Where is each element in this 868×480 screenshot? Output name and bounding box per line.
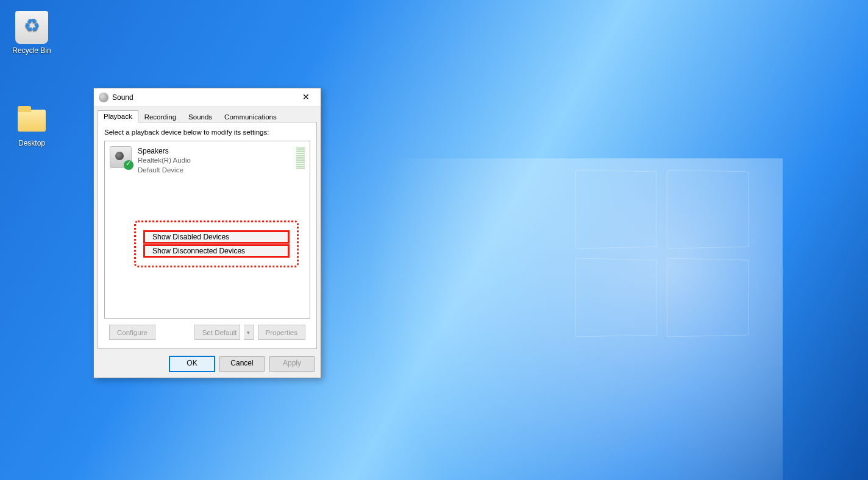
desktop-background: Recycle Bin Desktop Sound ✕ Playback Rec…	[0, 0, 868, 480]
cancel-button[interactable]: Cancel	[219, 356, 265, 372]
desktop-icon-recycle-bin[interactable]: Recycle Bin	[7, 11, 56, 55]
recycle-bin-icon	[15, 11, 48, 44]
device-status: Default Device	[138, 166, 191, 175]
folder-icon	[15, 104, 48, 136]
close-button[interactable]: ✕	[294, 90, 318, 105]
tab-recording[interactable]: Recording	[138, 111, 182, 122]
tab-communications[interactable]: Communications	[218, 111, 283, 122]
default-check-icon	[124, 160, 133, 170]
windows-logo-wallpaper	[575, 171, 758, 353]
dialog-button-row: OK Cancel Apply	[94, 349, 321, 378]
desktop-icon-label: Recycle Bin	[7, 46, 56, 55]
speaker-icon	[110, 146, 132, 168]
apply-button[interactable]: Apply	[269, 356, 315, 372]
device-name: Speakers	[138, 146, 191, 156]
set-default-dropdown[interactable]: ▾	[244, 325, 254, 340]
menu-show-disabled-devices[interactable]: Show Disabled Devices	[143, 230, 290, 244]
device-driver: Realtek(R) Audio	[138, 156, 191, 166]
menu-show-disconnected-devices[interactable]: Show Disconnected Devices	[143, 244, 290, 258]
instruction-text: Select a playback device below to modify…	[104, 129, 310, 136]
desktop-icon-label: Desktop	[7, 139, 56, 147]
tab-content-playback: Select a playback device below to modify…	[98, 122, 317, 349]
properties-button[interactable]: Properties	[258, 325, 305, 340]
tab-sounds[interactable]: Sounds	[182, 111, 218, 122]
tab-bar: Playback Recording Sounds Communications	[94, 107, 321, 122]
tab-playback[interactable]: Playback	[98, 110, 138, 122]
device-button-row: Configure Set Default▾ Properties	[104, 319, 310, 340]
sound-icon	[99, 93, 108, 102]
playback-device-list[interactable]: Speakers Realtek(R) Audio Default Device…	[104, 141, 310, 319]
desktop-icon-desktop-folder[interactable]: Desktop	[7, 104, 56, 147]
device-text: Speakers Realtek(R) Audio Default Device	[138, 146, 191, 175]
sound-dialog: Sound ✕ Playback Recording Sounds Commun…	[93, 88, 321, 378]
ok-button[interactable]: OK	[169, 356, 215, 372]
set-default-button[interactable]: Set Default	[194, 325, 240, 340]
level-meter	[296, 147, 305, 169]
configure-button[interactable]: Configure	[109, 325, 155, 340]
dialog-titlebar[interactable]: Sound ✕	[94, 88, 321, 107]
dialog-title: Sound	[112, 93, 294, 102]
device-speakers[interactable]: Speakers Realtek(R) Audio Default Device	[105, 141, 310, 180]
context-menu-highlight: Show Disabled Devices Show Disconnected …	[134, 221, 299, 267]
